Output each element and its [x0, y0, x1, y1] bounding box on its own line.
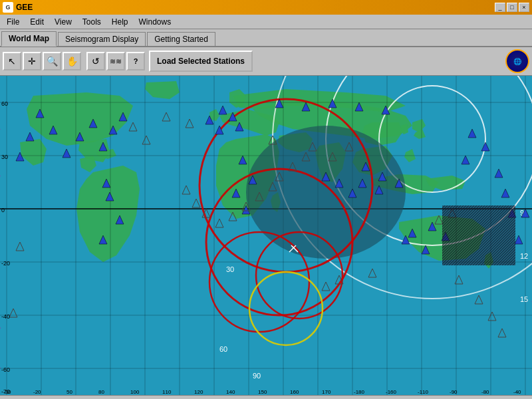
crosshair-tool-button[interactable]: ✛ [23, 52, 41, 70]
svg-text:-80: -80 [481, 389, 489, 395]
svg-text:-20: -20 [1, 260, 10, 267]
svg-text:100: 100 [130, 389, 140, 395]
svg-text:-160: -160 [386, 389, 397, 395]
tab-world-map[interactable]: World Map [1, 31, 57, 47]
svg-text:150: 150 [258, 389, 267, 395]
tab-seismogram[interactable]: Seismogram Display [58, 32, 146, 46]
maximize-button[interactable]: □ [507, 3, 517, 12]
seismograph-button[interactable]: ≋≋ [106, 52, 125, 70]
svg-text:110: 110 [162, 389, 172, 395]
svg-text:60: 60 [219, 345, 227, 353]
svg-text:-60: -60 [1, 366, 10, 373]
close-button[interactable]: × [519, 3, 529, 12]
menu-windows[interactable]: Windows [134, 16, 177, 28]
svg-text:-20: -20 [33, 389, 41, 395]
arrow-tool-button[interactable]: ↖ [3, 52, 21, 70]
svg-text:60: 60 [1, 100, 8, 107]
svg-text:120: 120 [194, 389, 203, 395]
refresh-button[interactable]: ↺ [86, 52, 105, 70]
world-map[interactable]: 30 60 90 9 12 15 [0, 76, 532, 395]
svg-text:90: 90 [253, 372, 261, 380]
magnify-tool-button[interactable]: 🔍 [43, 52, 61, 70]
svg-text:-40: -40 [513, 389, 521, 395]
svg-rect-171 [442, 205, 515, 265]
svg-text:-30: -30 [3, 389, 11, 395]
svg-text:-90: -90 [450, 389, 458, 395]
svg-text:160: 160 [290, 389, 299, 395]
menu-edit[interactable]: Edit [25, 16, 49, 28]
app-icon: G [3, 2, 13, 13]
menu-help[interactable]: Help [106, 16, 134, 28]
svg-text:15: 15 [520, 295, 528, 303]
svg-text:-110: -110 [418, 389, 429, 395]
svg-text:-40: -40 [1, 313, 10, 320]
status-bar: Event: Kuril Islands | 11/15/2006 11:14:… [0, 395, 532, 399]
title-bar: G GEE _ □ × [0, 0, 532, 15]
svg-text:-180: -180 [354, 389, 365, 395]
tab-getting-started[interactable]: Getting Started [147, 32, 215, 46]
svg-text:0: 0 [1, 207, 5, 213]
svg-text:12: 12 [520, 252, 528, 260]
svg-text:50: 50 [66, 389, 72, 395]
help-button[interactable]: ? [126, 52, 145, 70]
tab-bar: World Map Seismogram Display Getting Sta… [0, 29, 532, 47]
svg-text:30: 30 [1, 154, 8, 160]
window-controls[interactable]: _ □ × [495, 3, 529, 12]
svg-text:30: 30 [226, 265, 234, 273]
menu-tools[interactable]: Tools [77, 16, 106, 28]
hand-tool-button[interactable]: ✋ [63, 52, 81, 70]
minimize-button[interactable]: _ [495, 3, 505, 12]
menu-file[interactable]: File [1, 16, 25, 28]
window-title: GEE [16, 3, 495, 12]
menu-view[interactable]: View [49, 16, 77, 28]
app-logo: 🌐 [505, 49, 529, 73]
svg-text:170: 170 [322, 389, 331, 395]
svg-text:80: 80 [98, 389, 104, 395]
svg-text:140: 140 [226, 389, 235, 395]
toolbar: ↖ ✛ 🔍 ✋ ↺ ≋≋ ? Load Selected Stations 🌐 [0, 47, 532, 76]
load-selected-stations-button[interactable]: Load Selected Stations [149, 51, 253, 72]
menu-bar: File Edit View Tools Help Windows [0, 15, 532, 29]
